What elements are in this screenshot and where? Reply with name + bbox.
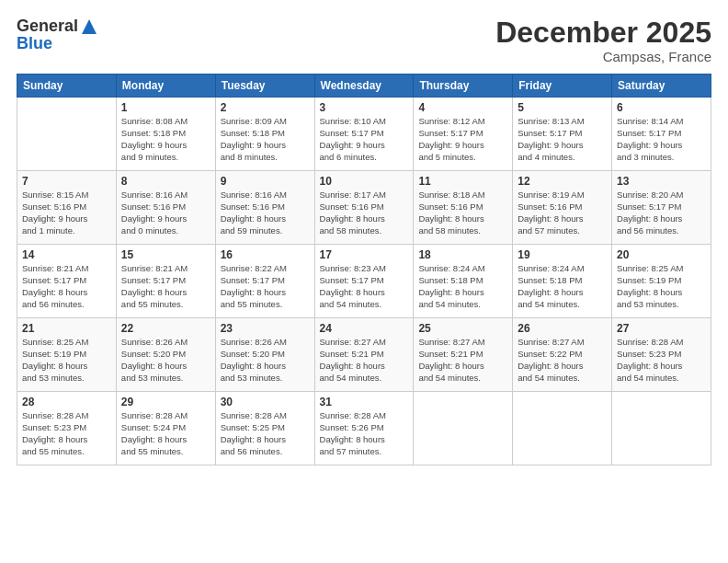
day-number: 13 bbox=[617, 175, 706, 188]
calendar-cell bbox=[414, 392, 513, 465]
day-info: Sunrise: 8:25 AMSunset: 5:19 PMDaylight:… bbox=[22, 337, 111, 384]
calendar-cell: 17Sunrise: 8:23 AMSunset: 5:17 PMDayligh… bbox=[314, 245, 414, 318]
day-number: 3 bbox=[320, 101, 409, 114]
calendar-cell: 12Sunrise: 8:19 AMSunset: 5:16 PMDayligh… bbox=[513, 171, 612, 245]
day-info: Sunrise: 8:28 AMSunset: 5:23 PMDaylight:… bbox=[617, 337, 706, 384]
day-info: Sunrise: 8:12 AMSunset: 5:17 PMDaylight:… bbox=[418, 116, 507, 163]
header: General Blue December 2025 Campsas, Fran… bbox=[17, 17, 711, 64]
day-number: 30 bbox=[221, 396, 310, 408]
day-info: Sunrise: 8:19 AMSunset: 5:16 PMDaylight:… bbox=[518, 190, 607, 236]
calendar-cell: 20Sunrise: 8:25 AMSunset: 5:19 PMDayligh… bbox=[612, 245, 711, 318]
calendar-cell: 15Sunrise: 8:21 AMSunset: 5:17 PMDayligh… bbox=[116, 245, 215, 318]
calendar-cell: 8Sunrise: 8:16 AMSunset: 5:16 PMDaylight… bbox=[116, 171, 215, 245]
calendar-cell: 31Sunrise: 8:28 AMSunset: 5:26 PMDayligh… bbox=[314, 392, 414, 465]
day-info: Sunrise: 8:10 AMSunset: 5:17 PMDaylight:… bbox=[320, 116, 409, 163]
calendar-cell: 14Sunrise: 8:21 AMSunset: 5:17 PMDayligh… bbox=[17, 245, 117, 318]
weekday-header-monday: Monday bbox=[116, 75, 215, 98]
page: General Blue December 2025 Campsas, Fran… bbox=[0, 0, 728, 563]
day-info: Sunrise: 8:21 AMSunset: 5:17 PMDaylight:… bbox=[121, 263, 210, 310]
weekday-header-thursday: Thursday bbox=[414, 75, 513, 98]
calendar-cell: 25Sunrise: 8:27 AMSunset: 5:21 PMDayligh… bbox=[414, 318, 513, 392]
calendar-cell: 24Sunrise: 8:27 AMSunset: 5:21 PMDayligh… bbox=[314, 318, 414, 392]
day-number: 27 bbox=[617, 322, 706, 335]
title-block: December 2025 Campsas, France bbox=[495, 17, 711, 64]
day-number: 4 bbox=[418, 101, 507, 114]
logo-general-text: General bbox=[17, 17, 78, 36]
calendar-cell bbox=[513, 392, 612, 465]
day-info: Sunrise: 8:28 AMSunset: 5:24 PMDaylight:… bbox=[121, 410, 210, 457]
day-info: Sunrise: 8:20 AMSunset: 5:17 PMDaylight:… bbox=[617, 190, 706, 236]
calendar-cell: 28Sunrise: 8:28 AMSunset: 5:23 PMDayligh… bbox=[17, 392, 117, 465]
calendar-cell: 29Sunrise: 8:28 AMSunset: 5:24 PMDayligh… bbox=[116, 392, 215, 465]
day-number: 15 bbox=[121, 248, 210, 261]
day-info: Sunrise: 8:26 AMSunset: 5:20 PMDaylight:… bbox=[221, 337, 310, 384]
day-number: 9 bbox=[221, 175, 310, 188]
calendar-cell bbox=[17, 98, 117, 171]
day-number: 14 bbox=[22, 248, 111, 261]
calendar-cell: 6Sunrise: 8:14 AMSunset: 5:17 PMDaylight… bbox=[612, 98, 711, 171]
calendar-cell: 9Sunrise: 8:16 AMSunset: 5:16 PMDaylight… bbox=[215, 171, 314, 245]
day-number: 7 bbox=[22, 175, 111, 188]
calendar-cell: 4Sunrise: 8:12 AMSunset: 5:17 PMDaylight… bbox=[414, 98, 513, 171]
weekday-header-saturday: Saturday bbox=[612, 75, 711, 98]
day-number: 17 bbox=[320, 248, 409, 261]
day-info: Sunrise: 8:16 AMSunset: 5:16 PMDaylight:… bbox=[121, 190, 210, 236]
day-info: Sunrise: 8:28 AMSunset: 5:25 PMDaylight:… bbox=[221, 410, 310, 457]
day-info: Sunrise: 8:08 AMSunset: 5:18 PMDaylight:… bbox=[121, 116, 210, 163]
calendar-cell: 19Sunrise: 8:24 AMSunset: 5:18 PMDayligh… bbox=[513, 245, 612, 318]
day-number: 1 bbox=[121, 101, 210, 114]
day-number: 6 bbox=[617, 101, 706, 114]
month-title: December 2025 bbox=[495, 17, 711, 49]
calendar-cell: 27Sunrise: 8:28 AMSunset: 5:23 PMDayligh… bbox=[612, 318, 711, 392]
day-info: Sunrise: 8:18 AMSunset: 5:16 PMDaylight:… bbox=[418, 190, 507, 236]
calendar-cell: 21Sunrise: 8:25 AMSunset: 5:19 PMDayligh… bbox=[17, 318, 117, 392]
day-number: 23 bbox=[221, 322, 310, 335]
day-number: 16 bbox=[221, 248, 310, 261]
day-info: Sunrise: 8:26 AMSunset: 5:20 PMDaylight:… bbox=[121, 337, 210, 384]
day-number: 11 bbox=[418, 175, 507, 188]
day-info: Sunrise: 8:27 AMSunset: 5:21 PMDaylight:… bbox=[418, 337, 507, 384]
day-number: 12 bbox=[518, 175, 607, 188]
calendar-table: SundayMondayTuesdayWednesdayThursdayFrid… bbox=[17, 74, 711, 465]
calendar-cell: 3Sunrise: 8:10 AMSunset: 5:17 PMDaylight… bbox=[314, 98, 414, 171]
day-info: Sunrise: 8:27 AMSunset: 5:21 PMDaylight:… bbox=[320, 337, 409, 384]
calendar-cell: 5Sunrise: 8:13 AMSunset: 5:17 PMDaylight… bbox=[513, 98, 612, 171]
day-info: Sunrise: 8:25 AMSunset: 5:19 PMDaylight:… bbox=[617, 263, 706, 310]
calendar-cell: 2Sunrise: 8:09 AMSunset: 5:18 PMDaylight… bbox=[215, 98, 314, 171]
day-info: Sunrise: 8:13 AMSunset: 5:17 PMDaylight:… bbox=[518, 116, 607, 163]
day-info: Sunrise: 8:27 AMSunset: 5:22 PMDaylight:… bbox=[518, 337, 607, 384]
weekday-header-sunday: Sunday bbox=[17, 75, 117, 98]
day-info: Sunrise: 8:28 AMSunset: 5:26 PMDaylight:… bbox=[320, 410, 409, 457]
calendar-cell bbox=[612, 392, 711, 465]
calendar-cell: 16Sunrise: 8:22 AMSunset: 5:17 PMDayligh… bbox=[215, 245, 314, 318]
day-info: Sunrise: 8:16 AMSunset: 5:16 PMDaylight:… bbox=[221, 190, 310, 236]
day-info: Sunrise: 8:24 AMSunset: 5:18 PMDaylight:… bbox=[418, 263, 507, 310]
weekday-header-tuesday: Tuesday bbox=[215, 75, 314, 98]
day-number: 29 bbox=[121, 396, 210, 408]
day-info: Sunrise: 8:21 AMSunset: 5:17 PMDaylight:… bbox=[22, 263, 111, 310]
day-info: Sunrise: 8:14 AMSunset: 5:17 PMDaylight:… bbox=[617, 116, 706, 163]
calendar-cell: 30Sunrise: 8:28 AMSunset: 5:25 PMDayligh… bbox=[215, 392, 314, 465]
calendar-cell: 11Sunrise: 8:18 AMSunset: 5:16 PMDayligh… bbox=[414, 171, 513, 245]
day-info: Sunrise: 8:23 AMSunset: 5:17 PMDaylight:… bbox=[320, 263, 409, 310]
day-info: Sunrise: 8:17 AMSunset: 5:16 PMDaylight:… bbox=[320, 190, 409, 236]
calendar-cell: 13Sunrise: 8:20 AMSunset: 5:17 PMDayligh… bbox=[612, 171, 711, 245]
day-number: 8 bbox=[121, 175, 210, 188]
logo-blue-text: Blue bbox=[17, 34, 98, 53]
logo-icon bbox=[80, 17, 98, 36]
calendar-cell: 1Sunrise: 8:08 AMSunset: 5:18 PMDaylight… bbox=[116, 98, 215, 171]
day-number: 18 bbox=[418, 248, 507, 261]
day-info: Sunrise: 8:09 AMSunset: 5:18 PMDaylight:… bbox=[221, 116, 310, 163]
day-number: 24 bbox=[320, 322, 409, 335]
calendar-cell: 26Sunrise: 8:27 AMSunset: 5:22 PMDayligh… bbox=[513, 318, 612, 392]
location: Campsas, France bbox=[495, 49, 711, 64]
weekday-header-friday: Friday bbox=[513, 75, 612, 98]
calendar-cell: 18Sunrise: 8:24 AMSunset: 5:18 PMDayligh… bbox=[414, 245, 513, 318]
day-number: 5 bbox=[518, 101, 607, 114]
calendar-cell: 22Sunrise: 8:26 AMSunset: 5:20 PMDayligh… bbox=[116, 318, 215, 392]
day-number: 22 bbox=[121, 322, 210, 335]
day-info: Sunrise: 8:22 AMSunset: 5:17 PMDaylight:… bbox=[221, 263, 310, 310]
day-number: 28 bbox=[22, 396, 111, 408]
logo: General Blue bbox=[17, 17, 98, 53]
day-number: 25 bbox=[418, 322, 507, 335]
